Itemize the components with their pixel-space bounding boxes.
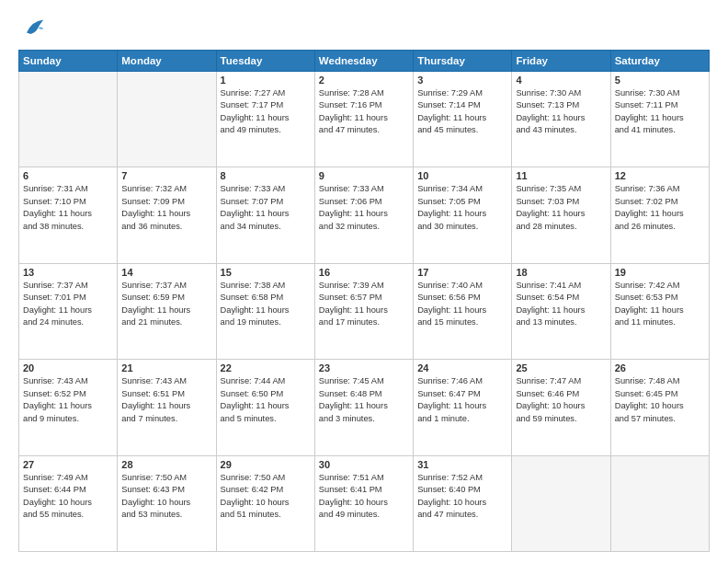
day-info: Sunrise: 7:28 AM Sunset: 7:16 PM Dayligh… bbox=[319, 87, 409, 137]
calendar-header-sunday: Sunday bbox=[19, 51, 118, 72]
calendar-cell: 4Sunrise: 7:30 AM Sunset: 7:13 PM Daylig… bbox=[512, 72, 610, 167]
calendar-cell: 17Sunrise: 7:40 AM Sunset: 6:56 PM Dayli… bbox=[414, 263, 512, 359]
day-number: 6 bbox=[23, 170, 113, 181]
calendar-week-row: 20Sunrise: 7:43 AM Sunset: 6:52 PM Dayli… bbox=[19, 360, 710, 455]
calendar-week-row: 13Sunrise: 7:37 AM Sunset: 7:01 PM Dayli… bbox=[19, 263, 710, 359]
header bbox=[18, 15, 710, 40]
day-info: Sunrise: 7:43 AM Sunset: 6:51 PM Dayligh… bbox=[121, 375, 211, 425]
day-info: Sunrise: 7:45 AM Sunset: 6:48 PM Dayligh… bbox=[319, 375, 409, 425]
day-info: Sunrise: 7:49 AM Sunset: 6:44 PM Dayligh… bbox=[23, 472, 113, 522]
calendar-cell: 26Sunrise: 7:48 AM Sunset: 6:45 PM Dayli… bbox=[610, 360, 709, 455]
day-info: Sunrise: 7:29 AM Sunset: 7:14 PM Dayligh… bbox=[417, 87, 507, 137]
day-number: 24 bbox=[417, 362, 507, 373]
calendar-cell bbox=[118, 72, 216, 167]
day-info: Sunrise: 7:37 AM Sunset: 6:59 PM Dayligh… bbox=[121, 280, 211, 329]
calendar-cell: 20Sunrise: 7:43 AM Sunset: 6:52 PM Dayli… bbox=[19, 360, 118, 455]
day-number: 12 bbox=[615, 170, 705, 181]
day-info: Sunrise: 7:50 AM Sunset: 6:43 PM Dayligh… bbox=[121, 472, 211, 522]
calendar-week-row: 1Sunrise: 7:27 AM Sunset: 7:17 PM Daylig… bbox=[19, 72, 710, 167]
day-number: 14 bbox=[121, 267, 211, 278]
calendar-cell: 31Sunrise: 7:52 AM Sunset: 6:40 PM Dayli… bbox=[414, 455, 512, 551]
calendar-cell: 18Sunrise: 7:41 AM Sunset: 6:54 PM Dayli… bbox=[512, 263, 610, 359]
day-info: Sunrise: 7:33 AM Sunset: 7:06 PM Dayligh… bbox=[319, 183, 409, 233]
calendar-cell: 25Sunrise: 7:47 AM Sunset: 6:46 PM Dayli… bbox=[512, 360, 610, 455]
day-info: Sunrise: 7:30 AM Sunset: 7:11 PM Dayligh… bbox=[615, 87, 705, 137]
day-info: Sunrise: 7:52 AM Sunset: 6:40 PM Dayligh… bbox=[417, 472, 507, 522]
day-number: 23 bbox=[319, 362, 409, 373]
calendar-cell: 16Sunrise: 7:39 AM Sunset: 6:57 PM Dayli… bbox=[314, 263, 413, 359]
calendar-header-friday: Friday bbox=[512, 51, 610, 72]
day-number: 1 bbox=[221, 75, 311, 86]
calendar-cell: 15Sunrise: 7:38 AM Sunset: 6:58 PM Dayli… bbox=[216, 263, 314, 359]
calendar-cell bbox=[19, 72, 118, 167]
calendar-cell: 28Sunrise: 7:50 AM Sunset: 6:43 PM Dayli… bbox=[118, 455, 216, 551]
day-info: Sunrise: 7:43 AM Sunset: 6:52 PM Dayligh… bbox=[23, 375, 113, 425]
calendar-cell: 2Sunrise: 7:28 AM Sunset: 7:16 PM Daylig… bbox=[314, 72, 413, 167]
calendar-cell: 10Sunrise: 7:34 AM Sunset: 7:05 PM Dayli… bbox=[414, 167, 512, 263]
day-info: Sunrise: 7:39 AM Sunset: 6:57 PM Dayligh… bbox=[319, 280, 409, 329]
day-number: 11 bbox=[516, 170, 606, 181]
calendar-cell: 12Sunrise: 7:36 AM Sunset: 7:02 PM Dayli… bbox=[610, 167, 709, 263]
calendar-cell: 27Sunrise: 7:49 AM Sunset: 6:44 PM Dayli… bbox=[19, 455, 118, 551]
calendar-cell: 8Sunrise: 7:33 AM Sunset: 7:07 PM Daylig… bbox=[216, 167, 314, 263]
calendar-cell: 13Sunrise: 7:37 AM Sunset: 7:01 PM Dayli… bbox=[19, 263, 118, 359]
day-number: 17 bbox=[417, 267, 507, 278]
day-number: 30 bbox=[319, 459, 409, 470]
calendar-week-row: 6Sunrise: 7:31 AM Sunset: 7:10 PM Daylig… bbox=[19, 167, 710, 263]
calendar-header-saturday: Saturday bbox=[610, 51, 709, 72]
calendar-cell: 6Sunrise: 7:31 AM Sunset: 7:10 PM Daylig… bbox=[19, 167, 118, 263]
day-info: Sunrise: 7:30 AM Sunset: 7:13 PM Dayligh… bbox=[516, 87, 606, 137]
day-info: Sunrise: 7:42 AM Sunset: 6:53 PM Dayligh… bbox=[615, 280, 705, 329]
calendar-cell bbox=[610, 455, 709, 551]
logo bbox=[18, 15, 46, 40]
day-number: 2 bbox=[319, 75, 409, 86]
day-number: 9 bbox=[319, 170, 409, 181]
day-number: 25 bbox=[516, 362, 606, 373]
day-number: 26 bbox=[615, 362, 705, 373]
day-number: 3 bbox=[417, 75, 507, 86]
day-number: 4 bbox=[516, 75, 606, 86]
calendar-cell: 21Sunrise: 7:43 AM Sunset: 6:51 PM Dayli… bbox=[118, 360, 216, 455]
calendar-header-wednesday: Wednesday bbox=[314, 51, 413, 72]
day-info: Sunrise: 7:36 AM Sunset: 7:02 PM Dayligh… bbox=[615, 183, 705, 233]
logo-bird-icon bbox=[20, 15, 46, 40]
calendar-header-monday: Monday bbox=[118, 51, 216, 72]
day-info: Sunrise: 7:34 AM Sunset: 7:05 PM Dayligh… bbox=[417, 183, 507, 233]
day-info: Sunrise: 7:27 AM Sunset: 7:17 PM Dayligh… bbox=[221, 87, 311, 137]
calendar-cell: 7Sunrise: 7:32 AM Sunset: 7:09 PM Daylig… bbox=[118, 167, 216, 263]
calendar-cell: 5Sunrise: 7:30 AM Sunset: 7:11 PM Daylig… bbox=[610, 72, 709, 167]
day-info: Sunrise: 7:41 AM Sunset: 6:54 PM Dayligh… bbox=[516, 280, 606, 329]
day-number: 5 bbox=[615, 75, 705, 86]
day-number: 29 bbox=[221, 459, 311, 470]
calendar-cell: 30Sunrise: 7:51 AM Sunset: 6:41 PM Dayli… bbox=[314, 455, 413, 551]
calendar-cell: 14Sunrise: 7:37 AM Sunset: 6:59 PM Dayli… bbox=[118, 263, 216, 359]
calendar-cell: 22Sunrise: 7:44 AM Sunset: 6:50 PM Dayli… bbox=[216, 360, 314, 455]
calendar-cell: 24Sunrise: 7:46 AM Sunset: 6:47 PM Dayli… bbox=[414, 360, 512, 455]
calendar-cell: 29Sunrise: 7:50 AM Sunset: 6:42 PM Dayli… bbox=[216, 455, 314, 551]
day-number: 27 bbox=[23, 459, 113, 470]
day-number: 31 bbox=[417, 459, 507, 470]
day-number: 8 bbox=[221, 170, 311, 181]
day-number: 13 bbox=[23, 267, 113, 278]
day-info: Sunrise: 7:38 AM Sunset: 6:58 PM Dayligh… bbox=[221, 280, 311, 329]
day-number: 18 bbox=[516, 267, 606, 278]
day-info: Sunrise: 7:47 AM Sunset: 6:46 PM Dayligh… bbox=[516, 375, 606, 425]
day-info: Sunrise: 7:50 AM Sunset: 6:42 PM Dayligh… bbox=[221, 472, 311, 522]
day-info: Sunrise: 7:51 AM Sunset: 6:41 PM Dayligh… bbox=[319, 472, 409, 522]
day-info: Sunrise: 7:48 AM Sunset: 6:45 PM Dayligh… bbox=[615, 375, 705, 425]
calendar-cell: 3Sunrise: 7:29 AM Sunset: 7:14 PM Daylig… bbox=[414, 72, 512, 167]
day-info: Sunrise: 7:33 AM Sunset: 7:07 PM Dayligh… bbox=[221, 183, 311, 233]
day-info: Sunrise: 7:44 AM Sunset: 6:50 PM Dayligh… bbox=[221, 375, 311, 425]
day-number: 28 bbox=[121, 459, 211, 470]
calendar-header-thursday: Thursday bbox=[414, 51, 512, 72]
day-number: 20 bbox=[23, 362, 113, 373]
day-info: Sunrise: 7:35 AM Sunset: 7:03 PM Dayligh… bbox=[516, 183, 606, 233]
day-info: Sunrise: 7:37 AM Sunset: 7:01 PM Dayligh… bbox=[23, 280, 113, 329]
day-info: Sunrise: 7:40 AM Sunset: 6:56 PM Dayligh… bbox=[417, 280, 507, 329]
day-number: 15 bbox=[221, 267, 311, 278]
page: SundayMondayTuesdayWednesdayThursdayFrid… bbox=[0, 0, 728, 563]
day-number: 22 bbox=[221, 362, 311, 373]
calendar-table: SundayMondayTuesdayWednesdayThursdayFrid… bbox=[18, 50, 710, 552]
calendar-cell: 9Sunrise: 7:33 AM Sunset: 7:06 PM Daylig… bbox=[314, 167, 413, 263]
day-info: Sunrise: 7:32 AM Sunset: 7:09 PM Dayligh… bbox=[121, 183, 211, 233]
